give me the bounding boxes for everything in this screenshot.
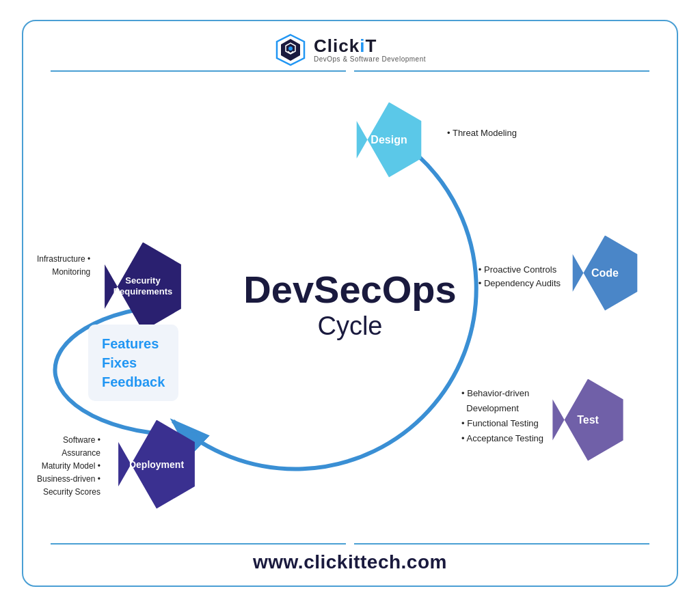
bullet-functional: Functional Testing — [461, 416, 543, 431]
header: ClickiT DevOps & Software Development — [274, 21, 426, 66]
node-security: SecurityRequirements — [98, 243, 187, 331]
center-text: DevSecOps Cycle — [243, 270, 456, 340]
node-design-label: Design — [371, 134, 407, 146]
node-code: Code — [567, 236, 643, 311]
logo-icon — [274, 33, 307, 66]
main-title: DevSecOps — [243, 270, 456, 308]
bullets-code: Proactive Controls Dependency Audits — [479, 263, 561, 292]
bullet-security-scores: Security Scores — [37, 486, 100, 499]
node-security-label: SecurityRequirements — [113, 275, 173, 299]
bullet-assurance: Assurance — [37, 447, 100, 460]
logo-text: ClickiT DevOps & Software Development — [314, 36, 426, 64]
bullet-proactive: Proactive Controls — [479, 263, 561, 277]
bullet-acceptance: Acceptance Testing — [461, 431, 543, 446]
feature-feedback: Feedback — [102, 372, 165, 391]
bullets-design: Threat Modeling — [447, 126, 517, 141]
bullets-security: Infrastructure • Monitoring — [37, 253, 90, 279]
main-card: ClickiT DevOps & Software Development De… — [22, 20, 678, 587]
bullet-business: Business-driven • — [37, 473, 100, 486]
node-test-label: Test — [577, 414, 599, 426]
node-test: Test — [547, 379, 629, 461]
node-deployment-label: Deployment — [129, 459, 184, 470]
feature-features: Features — [102, 334, 165, 353]
node-design: Design — [351, 102, 427, 178]
bullet-dependency: Dependency Audits — [479, 277, 561, 291]
bullets-test: Behavior-driven Development Functional T… — [461, 386, 543, 446]
features-box: Features Fixes Feedback — [88, 325, 178, 401]
feature-fixes: Fixes — [102, 353, 165, 372]
sub-title: Cycle — [243, 311, 456, 340]
node-deployment: Deployment — [112, 420, 201, 509]
bullet-software: Software • — [37, 434, 100, 447]
bullet-infrastructure: Infrastructure • — [37, 253, 90, 266]
logo-subtitle: DevOps & Software Development — [314, 55, 426, 63]
bullet-behavior: Behavior-driven Development — [461, 386, 543, 416]
footer-url: www.clickittech.com — [253, 545, 447, 586]
bullet-maturity: Maturity Model • — [37, 460, 100, 473]
bullet-threat-modeling: Threat Modeling — [447, 126, 517, 141]
main-content: DevSecOps Cycle Design Code Test — [23, 72, 677, 539]
node-code-label: Code — [591, 267, 619, 279]
bullets-deploy: Software • Assurance Maturity Model • Bu… — [37, 434, 100, 499]
logo-name: ClickiT — [314, 36, 426, 56]
svg-point-0 — [288, 46, 293, 51]
bullet-monitoring: Monitoring — [37, 266, 90, 279]
